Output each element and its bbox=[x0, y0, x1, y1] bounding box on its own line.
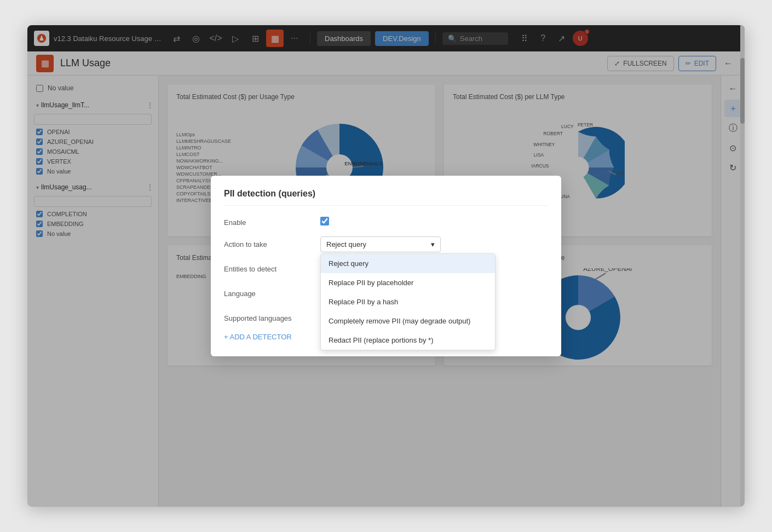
action-select-value: Reject query bbox=[326, 240, 366, 248]
modal-overlay: PII detection (queries) Enable Action to… bbox=[27, 25, 745, 507]
enable-label: Enable bbox=[224, 218, 312, 227]
app-container: v12.3 Dataiku Resource Usage Monitoring … bbox=[27, 25, 745, 507]
dropdown-item-replace-placeholder[interactable]: Replace PII by placeholder bbox=[321, 273, 495, 292]
enable-row: Enable bbox=[224, 217, 548, 228]
action-select-display[interactable]: Reject query ▾ bbox=[320, 236, 441, 252]
enable-control bbox=[320, 217, 548, 228]
dropdown-item-remove[interactable]: Completely remove PII (may degrade outpu… bbox=[321, 311, 495, 331]
dropdown-item-replace-hash[interactable]: Replace PII by a hash bbox=[321, 292, 495, 311]
modal-form: Enable Action to take Reject query ▾ bbox=[224, 217, 548, 326]
modal-title: PII detection (queries) bbox=[224, 189, 548, 206]
action-dropdown-menu: Reject query Replace PII by placeholder … bbox=[320, 253, 496, 350]
dropdown-item-redact[interactable]: Redact PII (replace portions by *) bbox=[321, 331, 495, 350]
language-label: Language bbox=[224, 290, 312, 298]
action-label: Action to take bbox=[224, 240, 312, 248]
action-control: Reject query ▾ Reject query Replace PII … bbox=[320, 236, 548, 252]
supported-languages-label: Supported languages bbox=[224, 314, 312, 322]
entities-label: Entities to detect bbox=[224, 265, 312, 273]
action-row: Action to take Reject query ▾ Reject que… bbox=[224, 236, 548, 252]
pii-detection-modal: PII detection (queries) Enable Action to… bbox=[211, 176, 561, 356]
dropdown-arrow-icon: ▾ bbox=[431, 240, 435, 248]
enable-checkbox[interactable] bbox=[320, 217, 329, 225]
dropdown-item-reject[interactable]: Reject query bbox=[321, 254, 495, 273]
